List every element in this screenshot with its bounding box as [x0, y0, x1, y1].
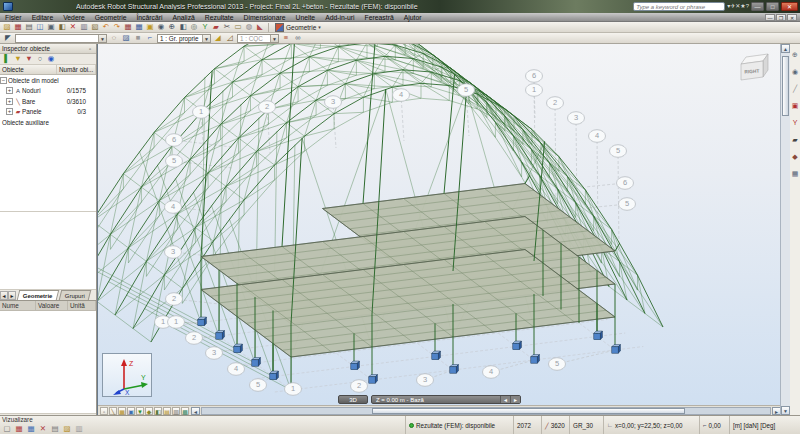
level-next-icon[interactable]: ► [510, 396, 520, 403]
link-icon[interactable]: ∞ [293, 33, 303, 43]
menu-addinuri[interactable]: Add-in-uri [320, 13, 359, 22]
tree-row[interactable]: +ANoduri0/1575 [0, 86, 96, 97]
load-case-combo[interactable]: 1 : Gr. proprie ▼ [157, 34, 211, 43]
scroll-right-icon[interactable]: ► [772, 407, 780, 415]
render-view-icon[interactable]: ▨ [121, 33, 131, 43]
minimize-button[interactable]: — [751, 2, 764, 11]
level-ruler-icon[interactable]: ⌐ [145, 33, 155, 43]
supports-display-icon[interactable]: ▣ [127, 407, 135, 415]
viewcube[interactable]: RIGHT [741, 54, 768, 80]
help-search-input[interactable] [633, 2, 725, 11]
tab-grupuri[interactable]: Grupuri [58, 290, 91, 300]
horizontal-scrollbar[interactable] [201, 407, 771, 415]
filter-icon[interactable]: ▼ [13, 54, 23, 64]
lock-icon[interactable]: ▣ [145, 22, 155, 32]
select-cursor-icon[interactable]: ◤ [3, 33, 13, 43]
tree-row[interactable]: −Obiecte din model [0, 75, 96, 86]
selection-combo[interactable]: ▼ [15, 34, 107, 43]
structure-3d-view[interactable]: 12345612345656543211234512345RIGHT [98, 44, 780, 415]
support-cube[interactable] [198, 317, 207, 326]
menu-geometrie[interactable]: Geometrie [90, 13, 132, 22]
support-cube[interactable] [594, 331, 603, 340]
lock-view-icon[interactable]: ▣ [791, 101, 800, 110]
results-table-icon[interactable]: ▦ [134, 22, 144, 32]
print-icon[interactable]: ▤ [24, 22, 34, 32]
support-cube[interactable] [369, 375, 378, 384]
close-view-icon[interactable]: ✕ [38, 424, 48, 434]
tab-scroll-right-icon[interactable]: ► [8, 291, 16, 300]
column-nume[interactable]: Nume [0, 301, 36, 310]
view-rotate-icon[interactable]: ◎ [189, 22, 199, 32]
symbols-display-icon[interactable]: ▥ [172, 407, 180, 415]
edit-structure-icon[interactable]: ▰ [211, 22, 221, 32]
support-cube[interactable] [351, 361, 360, 370]
menu-dimensionare[interactable]: Dimensionare [239, 13, 291, 22]
help-icon[interactable]: ? [746, 3, 749, 9]
print-view-icon[interactable]: ▤ [50, 424, 60, 434]
support-icon[interactable]: ◢ [213, 33, 223, 43]
grid-view-icon[interactable]: ▦ [26, 424, 36, 434]
pan-hand-icon[interactable]: ◌ [109, 33, 119, 43]
redo-icon[interactable]: ↷ [112, 22, 122, 32]
menu-unelte[interactable]: Unelte [290, 13, 320, 22]
results-status[interactable]: Rezultate (FEM): disponibile [405, 416, 513, 434]
copy-view-icon[interactable]: ▥ [74, 424, 84, 434]
mdi-minimize-button[interactable]: — [765, 14, 775, 21]
open-project-icon[interactable]: ▨ [2, 22, 12, 32]
wrench-icon[interactable]: ◣ [255, 22, 265, 32]
column-obiecte[interactable]: Obiecte [0, 65, 57, 74]
menu-ajutor[interactable]: Ajutor [399, 13, 427, 22]
paste-icon[interactable]: ▧ [90, 22, 100, 32]
layers-icon[interactable]: ≡ [281, 33, 291, 43]
vertical-scrollbar[interactable]: ▲ ▼ [780, 44, 790, 415]
level-selector[interactable]: Z = 0.00 m - Bază ◄ ► [371, 395, 521, 404]
support-cube[interactable] [432, 351, 441, 360]
geometry-layout-button[interactable]: Geometrie ▾ [272, 22, 324, 32]
units-field[interactable]: [m] [daN] [Deg] [729, 416, 800, 434]
tree-row[interactable]: +▰Panele0/3 [0, 107, 96, 118]
check-view-icon[interactable]: ▦ [14, 424, 24, 434]
view-3d-button[interactable]: 3D [338, 395, 368, 404]
print-preview-icon[interactable]: ◫ [35, 22, 45, 32]
display-grid-icon[interactable]: ▦ [791, 169, 800, 178]
model-viewport[interactable]: 12345612345656543211234512345RIGHT Z Y X… [97, 44, 780, 415]
close-button[interactable]: ✕ [781, 2, 798, 11]
level-prev-icon[interactable]: ◄ [500, 396, 510, 403]
pause-filter-icon[interactable]: ▌ [2, 54, 12, 64]
find-object-icon[interactable]: ○ [35, 54, 45, 64]
column-numar[interactable]: Număr obi... [57, 65, 96, 74]
view-properties-icon[interactable]: ⊕ [791, 50, 800, 59]
bars-display-icon[interactable]: ╲ [109, 407, 117, 415]
delete-icon[interactable]: ✕ [68, 22, 78, 32]
zoom-tool-icon[interactable]: ◉ [791, 67, 800, 76]
support-cube[interactable] [450, 365, 459, 374]
new-view-icon[interactable]: ▢ [2, 424, 12, 434]
folder-view-icon[interactable]: ▨ [62, 424, 72, 434]
sections-display-icon[interactable]: ◆ [145, 407, 153, 415]
mdi-close-button[interactable]: ✕ [787, 14, 797, 21]
support-cube[interactable] [252, 358, 261, 367]
section-y-icon[interactable]: Y [200, 22, 210, 32]
horizontal-scroll-thumb[interactable] [372, 408, 684, 414]
attributes-display-icon[interactable]: ▩ [181, 407, 189, 415]
undo-icon[interactable]: ↶ [101, 22, 111, 32]
zoom-window-icon[interactable]: ◧ [178, 22, 188, 32]
support-cube[interactable] [513, 341, 522, 350]
picture-icon[interactable]: ◧ [57, 22, 67, 32]
tab-geometrie[interactable]: Geometrie [17, 290, 59, 300]
support-cube[interactable] [531, 355, 540, 364]
tab-scroll-left-icon[interactable]: ◄ [0, 291, 8, 300]
settings-icon[interactable]: ◍ [244, 22, 254, 32]
vertical-scroll-thumb[interactable] [782, 56, 789, 116]
copy-icon[interactable]: ▥ [79, 22, 89, 32]
maximize-button[interactable]: □ [766, 2, 779, 11]
support-cube[interactable] [612, 345, 621, 354]
column-valoare[interactable]: Valoare [36, 301, 68, 310]
colors-display-icon[interactable]: ▤ [163, 407, 171, 415]
tree-row[interactable]: Obiecte auxiliare [0, 117, 96, 128]
zoom-in-icon[interactable]: ⊕ [167, 22, 177, 32]
release-icon[interactable]: ◿ [225, 33, 235, 43]
support-cube[interactable] [216, 331, 225, 340]
menu-vedere[interactable]: Vedere [58, 13, 90, 22]
tree-row[interactable]: +╲Bare0/3610 [0, 96, 96, 107]
